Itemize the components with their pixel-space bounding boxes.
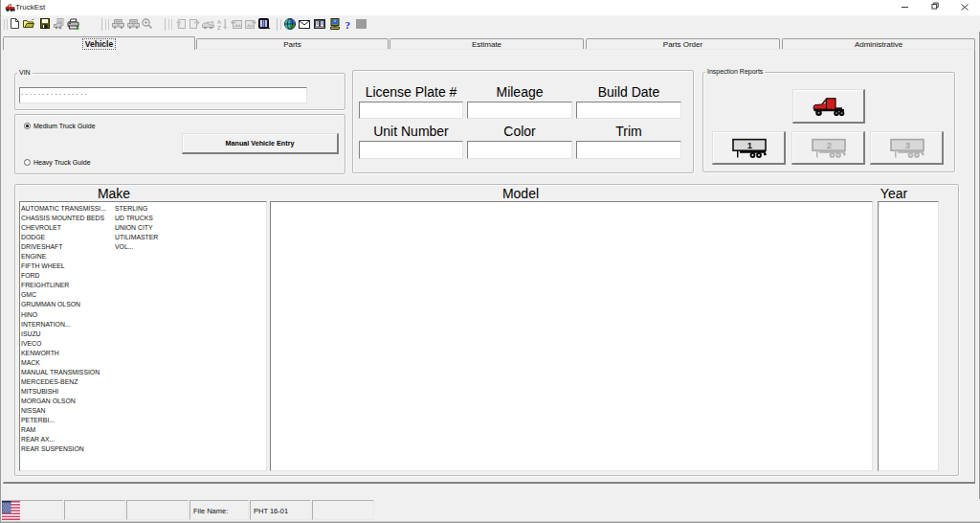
svg-text:1: 1 — [747, 140, 753, 150]
svg-text:2: 2 — [827, 140, 832, 150]
svg-text:3: 3 — [905, 140, 910, 150]
svg-text:?: ? — [345, 19, 351, 31]
svg-text:Z: Z — [217, 25, 221, 31]
